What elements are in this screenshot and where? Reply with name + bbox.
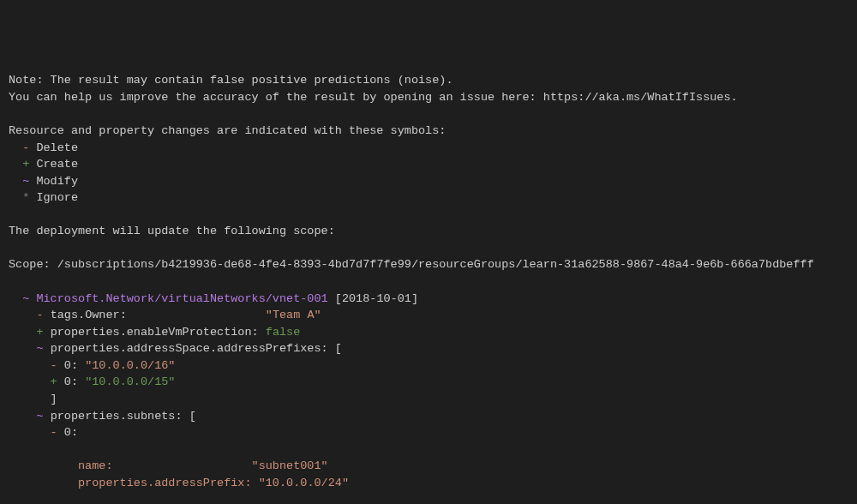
addrprefix-bracket-open: [ [335, 342, 342, 355]
tags-owner-key: tags.Owner: [51, 309, 127, 321]
ignore-label: Ignore [36, 191, 78, 204]
legend-header: Resource and property changes are indica… [9, 124, 446, 137]
enablevm-value: false [266, 326, 301, 339]
resource-api-version: [2018-10-01] [335, 292, 418, 305]
ignore-symbol: * [22, 191, 29, 204]
scope-value: /subscriptions/b4219936-de68-4fe4-8393-4… [57, 258, 814, 271]
create-symbol: + [22, 158, 29, 171]
delete-label: Delete [36, 141, 78, 154]
subnet-prefix-value: "10.0.0.0/24" [259, 477, 349, 489]
note-line2: You can help us improve the accuracy of … [9, 91, 738, 104]
addrprefix-new-symbol: + [51, 375, 57, 388]
deployment-header: The deployment will update the following… [9, 225, 335, 237]
subnets-bracket-open: [ [189, 410, 196, 423]
subnet-name-key: name: [78, 459, 113, 472]
addrprefix-old-value: "10.0.0.0/16" [85, 359, 175, 372]
resource-modify-symbol: ~ [22, 292, 29, 305]
terminal-output[interactable]: Note: The result may contain false posit… [9, 72, 848, 504]
subnets-modify-symbol: ~ [36, 410, 43, 423]
scope-label: Scope: [9, 258, 51, 271]
subnets-key: properties.subnets: [51, 410, 183, 423]
subnet-prefix-key: properties.addressPrefix: [78, 477, 252, 489]
modify-label: Modify [36, 175, 78, 188]
delete-symbol: - [22, 141, 29, 154]
addrprefix-modify-symbol: ~ [36, 342, 43, 355]
note-line1: Note: The result may contain false posit… [9, 74, 452, 87]
subnets-delete-symbol: - [51, 426, 57, 439]
resource-name: Microsoft.Network/virtualNetworks/vnet-0… [36, 292, 327, 305]
enablevm-key: properties.enableVmProtection: [51, 326, 259, 339]
subnets-index: 0: [64, 426, 78, 439]
addrprefix-new-value: "10.0.0.0/15" [85, 375, 175, 388]
addrprefix-bracket-close: ] [51, 393, 57, 405]
addrprefix-key: properties.addressSpace.addressPrefixes: [51, 342, 328, 355]
addrprefix-old-key: 0: [64, 359, 78, 372]
tags-owner-value: "Team A" [266, 309, 321, 321]
addrprefix-new-key: 0: [64, 375, 78, 388]
addrprefix-old-symbol: - [51, 359, 57, 372]
create-label: Create [36, 158, 78, 171]
subnet-name-value: "subnet001" [252, 459, 328, 472]
tags-delete-symbol: - [36, 309, 43, 321]
enablevm-create-symbol: + [36, 326, 43, 339]
modify-symbol: ~ [22, 175, 29, 188]
